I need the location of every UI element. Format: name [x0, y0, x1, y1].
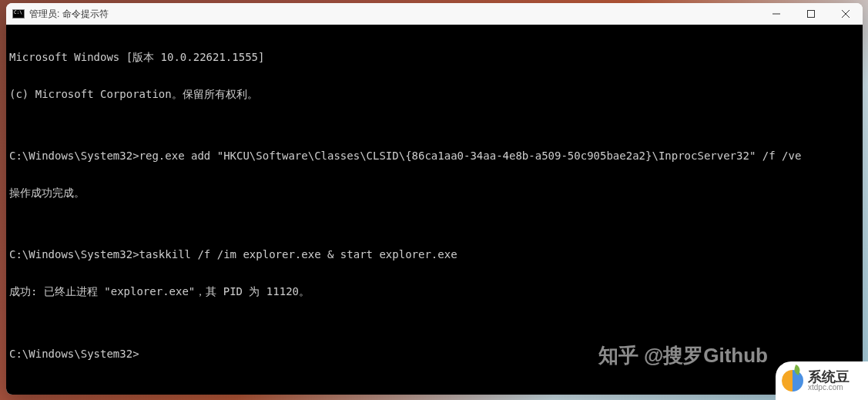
- terminal-output: Microsoft Windows [版本 10.0.22621.1555]: [9, 51, 860, 63]
- terminal-command: taskkill /f /im explorer.exe & start exp…: [139, 248, 457, 261]
- window-controls: [759, 3, 863, 25]
- titlebar[interactable]: 管理员: 命令提示符: [6, 3, 863, 25]
- window-title: 管理员: 命令提示符: [29, 8, 109, 21]
- terminal-command-line: C:\Windows\System32>taskkill /f /im expl…: [9, 248, 860, 261]
- terminal-area[interactable]: Microsoft Windows [版本 10.0.22621.1555] (…: [6, 25, 863, 395]
- terminal-output: (c) Microsoft Corporation。保留所有权利。: [9, 88, 860, 100]
- terminal-current-prompt: C:\Windows\System32>: [9, 347, 860, 360]
- terminal-command-line: C:\Windows\System32>reg.exe add "HKCU\So…: [9, 150, 860, 162]
- cmd-window: 管理员: 命令提示符 Microsoft Windows [版本 10.0.22…: [6, 3, 863, 395]
- terminal-cursor: [139, 347, 146, 358]
- maximize-button[interactable]: [793, 3, 828, 25]
- terminal-command: reg.exe add "HKCU\Software\Classes\CLSID…: [139, 150, 802, 162]
- terminal-prompt: C:\Windows\System32>: [9, 150, 139, 162]
- terminal-prompt: C:\Windows\System32>: [9, 248, 139, 261]
- terminal-output: 操作成功完成。: [9, 187, 860, 199]
- svg-rect-1: [807, 11, 814, 18]
- terminal-output: 成功: 已终止进程 "explorer.exe"，其 PID 为 11120。: [9, 285, 860, 297]
- terminal-prompt: C:\Windows\System32>: [9, 348, 139, 360]
- cmd-app-icon: [12, 8, 25, 20]
- close-button[interactable]: [828, 3, 863, 25]
- minimize-button[interactable]: [759, 3, 793, 25]
